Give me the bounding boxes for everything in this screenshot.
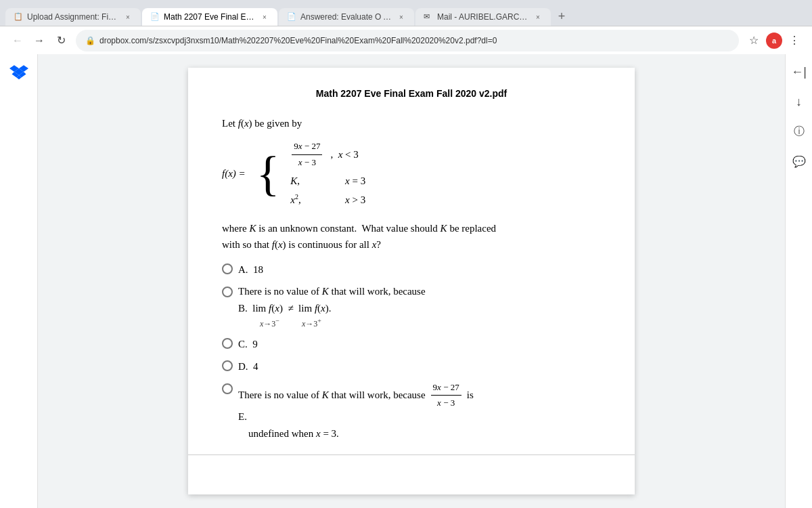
choice-e[interactable]: There is no value of K that will work, b… xyxy=(222,381,601,441)
sidebar-info[interactable]: ⓘ xyxy=(790,122,809,141)
main-content: Math 2207 Eve Final Exam Fall 2020 v2.pd… xyxy=(38,54,785,508)
intro-text: Let f(x) be given by xyxy=(222,115,601,131)
choice-d-label: D. 4 xyxy=(238,359,258,375)
tab-upload-assignment[interactable]: 📋 Upload Assignment: Final Exam × xyxy=(5,8,141,26)
tab-label-4: Mail - AURIBEL.GARCIACEBAL xyxy=(437,12,529,22)
address-bar: ← → ↻ 🔒 dropbox.com/s/zsxcvpdj3nxsm10/Ma… xyxy=(0,26,812,54)
choice-b-letter: B. xyxy=(238,303,248,314)
sidebar-comment[interactable]: 💬 xyxy=(790,152,809,171)
choice-b[interactable]: There is no value of K that will work, b… xyxy=(222,284,601,330)
choice-a-label: A. 18 xyxy=(238,262,263,278)
answer-choices: A. 18 There is no value of K that will w… xyxy=(222,262,601,442)
url-bar[interactable]: 🔒 dropbox.com/s/zsxcvpdj3nxsm10/Math%202… xyxy=(76,30,739,51)
function-label: f(x) = xyxy=(222,165,246,182)
case-2-value: K, xyxy=(290,173,325,189)
choice-a-letter: A. xyxy=(238,264,248,275)
choice-e-line1: There is no value of K that will work, b… xyxy=(238,381,474,409)
choice-e-intro: There is no value of K that will work, b… xyxy=(238,387,426,403)
forward-button[interactable]: → xyxy=(30,31,49,50)
case-3: x2, x > 3 xyxy=(290,192,365,208)
choice-c-letter: C. xyxy=(238,339,248,350)
fraction-1: 9x − 27 x − 3 xyxy=(290,140,323,170)
radio-b[interactable] xyxy=(222,287,233,297)
tab-label-1: Upload Assignment: Final Exam xyxy=(27,12,119,22)
bookmark-button[interactable]: ☆ xyxy=(744,31,763,50)
reload-button[interactable]: ↻ xyxy=(51,31,70,50)
tab-icon-4: ✉ xyxy=(424,12,433,22)
question-text: where K is an unknown constant. What val… xyxy=(222,220,601,253)
choice-e-is: is xyxy=(467,387,474,403)
menu-button[interactable]: ⋮ xyxy=(785,31,804,50)
math-content: Let f(x) be given by f(x) = { 9x − 27 xyxy=(222,115,601,455)
back-button[interactable]: ← xyxy=(8,31,27,50)
new-tab-button[interactable]: + xyxy=(552,7,571,26)
choice-b-label: There is no value of K that will work, b… xyxy=(238,284,426,330)
radio-a[interactable] xyxy=(222,263,233,274)
brace-open: { xyxy=(256,149,280,198)
numerator-1: 9x − 27 xyxy=(292,140,322,155)
choice-c-label: C. 9 xyxy=(238,337,258,352)
tab-bar: 📋 Upload Assignment: Final Exam × 📄 Math… xyxy=(0,0,812,26)
radio-d[interactable] xyxy=(222,360,233,371)
left-sidebar xyxy=(0,54,38,508)
choice-e-line2: undefined when x = 3. xyxy=(238,426,474,442)
choice-d-letter: D. xyxy=(238,361,248,372)
page-divider xyxy=(188,454,635,455)
nav-buttons: ← → ↻ xyxy=(8,31,70,50)
choice-b-line1: There is no value of K that will work, b… xyxy=(238,284,426,299)
choice-e-label: There is no value of K that will work, b… xyxy=(238,381,474,441)
piecewise-function: f(x) = { 9x − 27 x − 3 , x < 3 xyxy=(222,140,601,208)
tab-icon-1: 📋 xyxy=(14,12,23,22)
case-2-condition: x = 3 xyxy=(332,173,365,189)
dropbox-logo xyxy=(9,62,28,85)
tab-icon-2: 📄 xyxy=(150,12,160,22)
toolbar-right: ☆ a ⋮ xyxy=(744,31,804,50)
choice-e-letter-line: E. xyxy=(238,409,474,425)
tab-close-3[interactable]: × xyxy=(397,12,406,22)
denominator-e: x − 3 xyxy=(437,396,455,410)
tab-icon-3: 📄 xyxy=(287,12,296,22)
tab-close-4[interactable]: × xyxy=(533,12,543,22)
choice-c[interactable]: C. 9 xyxy=(222,337,601,352)
case-2: K, x = 3 xyxy=(290,173,365,189)
tab-close-1[interactable]: × xyxy=(123,12,133,22)
tab-close-2[interactable]: × xyxy=(260,12,269,22)
sidebar-download[interactable]: ↓ xyxy=(790,92,809,111)
tab-label-3: Answered: Evaluate O A. None xyxy=(300,12,392,22)
tab-answered[interactable]: 📄 Answered: Evaluate O A. None × xyxy=(279,8,414,26)
piecewise-cases: 9x − 27 x − 3 , x < 3 K, x = 3 xyxy=(290,140,365,208)
numerator-e: 9x − 27 xyxy=(431,381,461,396)
radio-e[interactable] xyxy=(222,383,233,394)
choice-a[interactable]: A. 18 xyxy=(222,262,601,278)
lim-right: lim f(x). xyxy=(298,303,331,314)
pdf-container: Math 2207 Eve Final Exam Fall 2020 v2.pd… xyxy=(188,68,635,494)
choice-e-letter: E. xyxy=(238,411,247,422)
lim-left: lim f(x) xyxy=(252,303,283,314)
browser-window: 📋 Upload Assignment: Final Exam × 📄 Math… xyxy=(0,0,812,508)
case-1: 9x − 27 x − 3 , x < 3 xyxy=(290,140,365,170)
case-1-condition: , x < 3 xyxy=(330,146,358,163)
fraction-e: 9x − 27 x − 3 xyxy=(430,381,463,409)
right-sidebar: ←| ↓ ⓘ 💬 xyxy=(785,54,812,508)
url-text: dropbox.com/s/zsxcvpdj3nxsm10/Math%20220… xyxy=(99,36,497,45)
page-area: Math 2207 Eve Final Exam Fall 2020 v2.pd… xyxy=(0,54,812,508)
case-3-condition: x > 3 xyxy=(332,192,365,208)
radio-c[interactable] xyxy=(222,338,233,349)
sidebar-arrow-back[interactable]: ←| xyxy=(790,62,809,81)
choice-b-line2: B. lim f(x) ≠ lim f(x). xyxy=(238,301,426,316)
choice-b-line3: x→3− x→3+ xyxy=(260,316,426,330)
user-avatar[interactable]: a xyxy=(766,33,782,49)
pdf-title: Math 2207 Eve Final Exam Fall 2020 v2.pd… xyxy=(222,88,601,99)
choice-d[interactable]: D. 4 xyxy=(222,359,601,375)
case-3-value: x2, xyxy=(290,192,325,208)
tab-label-2: Math 2207 Eve Final Exam Fall xyxy=(164,12,256,22)
tab-mail[interactable]: ✉ Mail - AURIBEL.GARCIACEBAL × xyxy=(415,8,551,26)
tab-math-exam[interactable]: 📄 Math 2207 Eve Final Exam Fall × xyxy=(142,8,277,26)
denominator-1: x − 3 xyxy=(298,155,316,170)
lock-icon: 🔒 xyxy=(85,36,95,45)
